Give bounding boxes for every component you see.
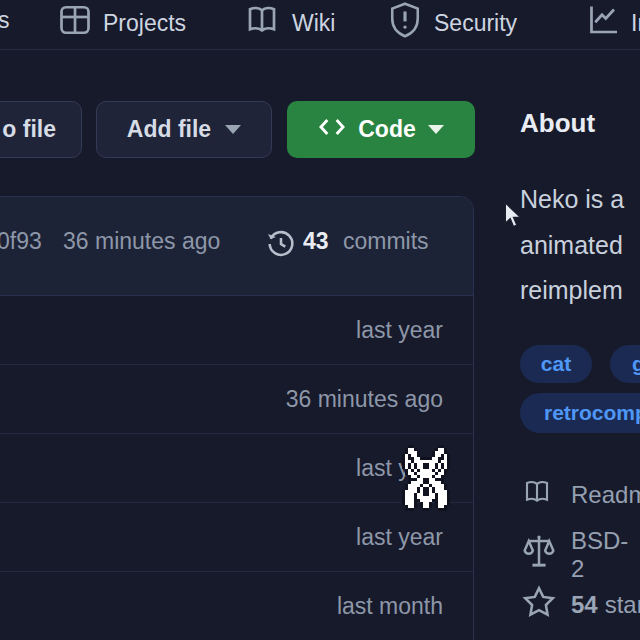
tab-wiki[interactable]: Wiki xyxy=(242,2,335,44)
about-description-line: animated xyxy=(520,231,640,260)
about-heading: About xyxy=(520,108,595,139)
license-link[interactable]: BSD-2 xyxy=(521,527,640,583)
latest-commit-bar[interactable]: 0f93 36 minutes ago 43 commits xyxy=(0,197,473,296)
topic-tag-retrocomputing[interactable]: retrocomp xyxy=(520,393,640,433)
files-table: 0f93 36 minutes ago 43 commits last year… xyxy=(0,196,474,640)
tab-wiki-label: Wiki xyxy=(292,10,335,37)
table-row[interactable]: 36 minutes ago xyxy=(0,365,473,434)
file-updated-time: last year xyxy=(356,524,443,551)
law-icon xyxy=(521,533,557,577)
mouse-pointer-icon xyxy=(503,202,524,233)
commits-count[interactable]: 43 xyxy=(303,228,329,255)
table-row[interactable]: last year xyxy=(0,296,473,365)
shield-exclamation-icon xyxy=(388,1,422,45)
tab-insights[interactable]: In xyxy=(585,2,640,44)
tab-projects-label: Projects xyxy=(103,10,186,37)
add-file-button[interactable]: Add file xyxy=(96,101,272,158)
history-clock-icon xyxy=(265,228,297,266)
stars-count: 54 xyxy=(571,591,598,618)
code-icon xyxy=(318,115,346,145)
readme-label: Readme xyxy=(571,481,640,509)
chevron-down-icon xyxy=(428,125,444,134)
tab-projects[interactable]: Projects xyxy=(57,2,186,44)
about-description-line: Neko is a xyxy=(520,185,640,214)
file-updated-time: last month xyxy=(337,593,443,620)
license-label: BSD-2 xyxy=(571,527,640,583)
tab-security-label: Security xyxy=(434,10,517,37)
commit-time: 36 minutes ago xyxy=(63,228,220,255)
readme-link[interactable]: Readme xyxy=(521,477,640,513)
repo-tab-bar: s Projects Wiki Security In xyxy=(0,0,640,50)
topic-tag-go[interactable]: go xyxy=(610,345,640,383)
file-updated-time: last year xyxy=(356,317,443,344)
commit-hash[interactable]: 0f93 xyxy=(0,228,42,255)
about-description-line: reimplem xyxy=(520,276,640,305)
neko-cat-sprite xyxy=(402,445,450,515)
add-file-label: Add file xyxy=(127,116,211,143)
graph-icon xyxy=(585,2,622,44)
book-icon xyxy=(521,477,553,513)
table-row[interactable]: last month xyxy=(0,572,473,640)
code-button-label: Code xyxy=(358,116,416,143)
repo-page: s Projects Wiki Security In xyxy=(0,0,640,640)
tab-actions-partial[interactable]: s xyxy=(0,7,10,34)
go-to-file-button[interactable]: o file xyxy=(0,101,82,158)
tab-insights-label: In xyxy=(631,10,640,37)
book-icon xyxy=(242,2,282,44)
table-icon xyxy=(57,2,93,44)
tab-security[interactable]: Security xyxy=(388,1,517,45)
chevron-down-icon xyxy=(225,125,241,134)
star-icon xyxy=(521,584,557,626)
go-to-file-label: o file xyxy=(2,116,56,143)
code-button[interactable]: Code xyxy=(287,101,475,158)
commits-label[interactable]: commits xyxy=(343,228,429,255)
topic-tag-cat[interactable]: cat xyxy=(520,345,592,383)
file-updated-time: 36 minutes ago xyxy=(286,386,443,413)
stars-link[interactable]: 54stars xyxy=(521,584,640,626)
stars-label: stars xyxy=(605,591,640,618)
